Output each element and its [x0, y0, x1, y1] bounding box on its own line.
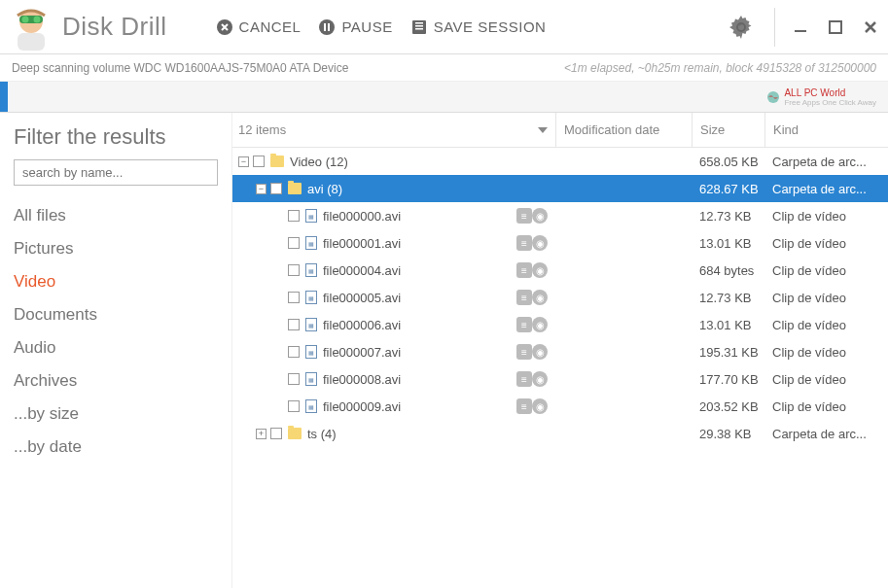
preview-icon[interactable]: ◉ — [532, 208, 548, 224]
file-name: file000001.avi — [323, 236, 401, 251]
actions-cell: ≡◉ — [501, 262, 555, 278]
cancel-icon — [216, 18, 233, 36]
filter-item-video[interactable]: Video — [14, 265, 218, 298]
filter-item-archives[interactable]: Archives — [14, 364, 218, 398]
dropdown-icon[interactable] — [538, 127, 548, 133]
column-header: 12 items Modification date Size Kind — [232, 113, 888, 148]
list-icon[interactable]: ≡ — [516, 398, 532, 414]
cancel-label: CANCEL — [239, 18, 302, 35]
col-items-label: 12 items — [238, 122, 286, 137]
svg-rect-11 — [415, 25, 423, 27]
maximize-button[interactable] — [818, 10, 853, 45]
table-row[interactable]: −avi (8)628.67 KBCarpeta de arc... — [232, 175, 888, 202]
progress-ribbon: ALL PC World Free Apps One Click Away — [0, 82, 888, 113]
preview-icon[interactable]: ◉ — [532, 398, 548, 414]
video-file-icon: ▦ — [305, 399, 317, 413]
video-file-icon: ▦ — [305, 345, 317, 359]
preview-icon[interactable]: ◉ — [532, 371, 548, 387]
list-icon[interactable]: ≡ — [516, 317, 532, 332]
svg-point-6 — [319, 19, 335, 35]
filter-item-all-files[interactable]: All files — [14, 199, 218, 232]
table-row[interactable]: ▦file000001.avi≡◉13.01 KBClip de vídeo — [232, 229, 888, 257]
col-modification[interactable]: Modification date — [555, 113, 692, 147]
preview-icon[interactable]: ◉ — [532, 344, 548, 360]
table-row[interactable]: ▦file000005.avi≡◉12.73 KBClip de vídeo — [232, 284, 888, 311]
table-row[interactable]: ▦file000008.avi≡◉177.70 KBClip de vídeo — [232, 365, 888, 393]
search-input[interactable] — [14, 159, 218, 186]
preview-icon[interactable]: ◉ — [532, 262, 548, 278]
checkbox[interactable] — [288, 237, 300, 249]
checkbox[interactable] — [288, 319, 300, 330]
list-icon[interactable]: ≡ — [516, 290, 532, 305]
name-cell: −avi (8) — [232, 182, 501, 196]
collapse-icon[interactable]: − — [256, 184, 266, 194]
pause-button[interactable]: PAUSE — [318, 18, 392, 36]
logo-area: Disk Drill — [0, 4, 167, 51]
sidebar: Filter the results All filesPicturesVide… — [0, 113, 231, 588]
table-row[interactable]: ▦file000006.avi≡◉13.01 KBClip de vídeo — [232, 311, 888, 338]
kind-cell: Clip de vídeo — [764, 209, 888, 224]
save-session-label: SAVE SESSION — [434, 18, 547, 35]
filter-item-audio[interactable]: Audio — [14, 331, 218, 364]
kind-cell: Carpeta de arc... — [764, 427, 888, 441]
expand-icon[interactable]: + — [256, 429, 266, 439]
col-items[interactable]: 12 items — [232, 122, 555, 137]
app-title: Disk Drill — [62, 12, 167, 42]
kind-cell: Clip de vídeo — [764, 399, 888, 414]
file-name: file000005.avi — [323, 291, 401, 305]
svg-rect-14 — [830, 21, 841, 33]
table-row[interactable]: +ts (4)29.38 KBCarpeta de arc... — [232, 420, 888, 447]
kind-cell: Clip de vídeo — [764, 372, 888, 387]
table-row[interactable]: ▦file000007.avi≡◉195.31 KBClip de vídeo — [232, 338, 888, 365]
watermark-text: ALL PC World — [784, 87, 845, 98]
checkbox[interactable] — [288, 400, 300, 412]
gear-icon[interactable] — [728, 14, 755, 41]
save-icon — [410, 18, 428, 36]
preview-icon[interactable]: ◉ — [532, 235, 548, 251]
status-bar: Deep scanning volume WDC WD1600AAJS-75M0… — [0, 54, 888, 82]
filter-title: Filter the results — [14, 124, 218, 150]
filter-item--by-date[interactable]: ...by date — [14, 431, 218, 464]
col-kind[interactable]: Kind — [764, 113, 888, 147]
collapse-icon[interactable]: − — [238, 156, 249, 167]
kind-cell: Clip de vídeo — [764, 345, 888, 360]
status-left: Deep scanning volume WDC WD1600AAJS-75M0… — [12, 61, 348, 75]
preview-icon[interactable]: ◉ — [532, 317, 548, 332]
list-icon[interactable]: ≡ — [516, 262, 532, 278]
list-icon[interactable]: ≡ — [516, 208, 532, 224]
save-session-button[interactable]: SAVE SESSION — [410, 18, 547, 36]
table-row[interactable]: −Video (12)658.05 KBCarpeta de arc... — [232, 148, 888, 175]
checkbox[interactable] — [288, 373, 300, 385]
checkbox[interactable] — [288, 346, 300, 358]
file-name: file000009.avi — [323, 399, 401, 414]
col-size[interactable]: Size — [692, 113, 764, 147]
list-icon[interactable]: ≡ — [516, 235, 532, 251]
close-button[interactable] — [853, 10, 888, 45]
checkbox[interactable] — [288, 210, 300, 222]
checkbox[interactable] — [288, 292, 300, 303]
cancel-button[interactable]: CANCEL — [216, 18, 302, 36]
svg-rect-10 — [415, 22, 423, 24]
checkbox[interactable] — [270, 183, 282, 194]
svg-rect-13 — [795, 30, 806, 32]
preview-icon[interactable]: ◉ — [532, 290, 548, 305]
checkbox[interactable] — [270, 428, 282, 439]
actions-cell: ≡◉ — [501, 317, 555, 332]
checkbox[interactable] — [253, 156, 265, 167]
list-icon[interactable]: ≡ — [516, 344, 532, 360]
filter-item-documents[interactable]: Documents — [14, 298, 218, 331]
list-icon[interactable]: ≡ — [516, 371, 532, 387]
filter-item--by-size[interactable]: ...by size — [14, 398, 218, 431]
filter-item-pictures[interactable]: Pictures — [14, 232, 218, 265]
video-file-icon: ▦ — [305, 318, 317, 331]
size-cell: 177.70 KB — [692, 372, 764, 387]
checkbox[interactable] — [288, 264, 300, 276]
table-row[interactable]: ▦file000004.avi≡◉684 bytesClip de vídeo — [232, 257, 888, 284]
minimize-button[interactable] — [783, 10, 818, 45]
table-row[interactable]: ▦file000009.avi≡◉203.52 KBClip de vídeo — [232, 393, 888, 420]
titlebar: Disk Drill CANCEL PAUSE SAVE SESSION — [0, 0, 888, 54]
video-file-icon: ▦ — [305, 209, 317, 223]
table-row[interactable]: ▦file000000.avi≡◉12.73 KBClip de vídeo — [232, 202, 888, 229]
size-cell: 12.73 KB — [692, 209, 764, 224]
kind-cell: Clip de vídeo — [764, 291, 888, 305]
